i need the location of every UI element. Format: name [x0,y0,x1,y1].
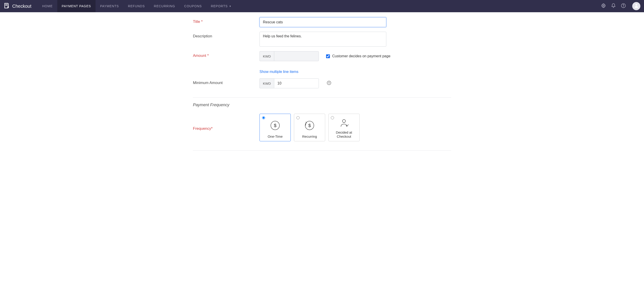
svg-point-10 [342,120,345,122]
frequency-card-one-time[interactable]: $ One-Time [260,114,291,141]
nav-payment-pages[interactable]: PAYMENT PAGES [57,0,96,12]
svg-point-2 [623,6,624,7]
payment-frequency-heading: Payment Frequency [193,102,451,107]
customer-decides-checkbox[interactable] [326,54,330,58]
frequency-radio-one-time[interactable] [262,116,265,119]
svg-point-5 [329,82,329,82]
brand-name: Checkout [12,4,32,9]
description-label: Description [193,32,260,38]
show-line-items-link[interactable]: Show multiple line items [260,70,298,74]
nav-recurring-label: RECURRING [154,4,175,8]
min-amount-input[interactable] [274,78,319,88]
frequency-options: $ One-Time $ Recurring Decided [260,114,360,141]
nav-payments[interactable]: PAYMENTS [96,0,124,12]
frequency-card-decided-at-checkout[interactable]: Decided at Checkout [328,114,360,141]
title-label: Title * [193,17,260,24]
help-icon [621,3,626,9]
bell-icon [611,3,616,9]
min-currency-prefix: KWD [260,78,274,88]
frequency-card-recurring[interactable]: $ Recurring [294,114,325,141]
brand[interactable]: Checkout [4,2,32,10]
user-avatar[interactable] [632,2,640,10]
recurring-icon: $ [304,116,315,134]
user-icon [634,3,639,9]
frequency-label-decided-at-checkout: Decided at Checkout [330,130,358,139]
nav-coupons[interactable]: COUPONS [180,0,206,12]
frequency-row: Frequency* $ One-Time $ Recurring [193,112,451,144]
frequency-label: Frequency* [193,124,260,131]
chevron-down-icon: ▼ [229,5,232,8]
payment-page-form: Title * Description Help us feed the fel… [188,12,456,165]
checkout-logo-icon [4,2,10,10]
title-input[interactable] [260,17,386,27]
customer-decides-label: Customer decides on payment page [332,54,390,58]
min-amount-row: Minimum Amount KWD [193,76,451,90]
min-amount-input-group: KWD [260,78,319,88]
main-nav: HOME PAYMENT PAGES PAYMENTS REFUNDS RECU… [38,0,236,12]
gear-icon [601,3,606,9]
nav-payment-pages-label: PAYMENT PAGES [62,4,91,8]
nav-payments-label: PAYMENTS [100,4,119,8]
nav-recurring[interactable]: RECURRING [150,0,180,12]
currency-prefix: KWD [260,51,274,61]
nav-reports-label: REPORTS [211,4,228,8]
svg-text:$: $ [308,122,311,128]
nav-home-label: HOME [42,4,53,8]
notifications-button[interactable] [611,4,616,8]
settings-button[interactable] [601,4,606,8]
frequency-radio-recurring[interactable] [296,116,300,119]
amount-label: Amount * [193,51,260,58]
amount-input [274,51,319,61]
topbar-right [601,2,640,10]
description-input[interactable]: Help us feed the felines. [260,32,386,47]
customer-decides-row[interactable]: Customer decides on payment page [326,54,390,58]
help-button[interactable] [621,4,626,8]
frequency-label-recurring: Recurring [302,134,317,139]
svg-point-3 [636,4,637,6]
nav-reports[interactable]: REPORTS ▼ [206,0,236,12]
nav-refunds-label: REFUNDS [128,4,145,8]
min-amount-info-button[interactable] [326,81,332,86]
title-row: Title * [193,15,451,30]
min-amount-label: Minimum Amount [193,78,260,85]
svg-text:$: $ [274,122,276,128]
nav-home[interactable]: HOME [38,0,57,12]
svg-point-0 [603,5,604,6]
nav-refunds[interactable]: REFUNDS [124,0,150,12]
info-icon [327,81,331,86]
one-time-icon: $ [270,116,280,134]
topbar: Checkout HOME PAYMENT PAGES PAYMENTS REF… [0,0,644,12]
nav-coupons-label: COUPONS [184,4,202,8]
decided-at-checkout-icon [339,116,349,130]
amount-input-group: KWD [260,51,319,61]
frequency-label-one-time: One-Time [268,134,282,139]
frequency-radio-decided-at-checkout[interactable] [331,116,334,119]
description-row: Description Help us feed the felines. [193,30,451,49]
amount-row: Amount * KWD Customer decides on payment… [193,49,451,76]
